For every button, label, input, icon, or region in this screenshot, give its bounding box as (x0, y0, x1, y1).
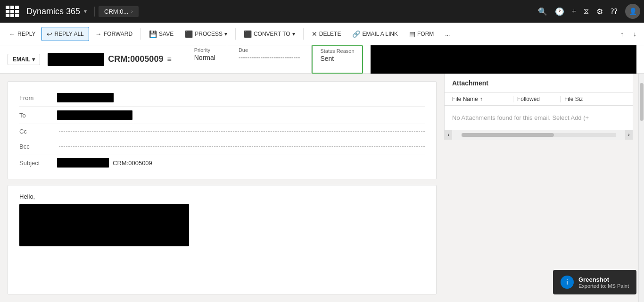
attachment-empty-message: No Attachments found for this email. Sel… (445, 106, 633, 130)
forward-icon: → (95, 30, 102, 38)
app-title: Dynamics 365 ▾ (23, 7, 95, 17)
filename-col: File Name ↑ (452, 96, 513, 102)
settings-icon[interactable]: ⚙ (596, 7, 603, 16)
email-body-card[interactable]: Hello, (8, 185, 437, 294)
separator-1 (140, 28, 141, 40)
scroll-down-icon[interactable]: ↓ (629, 27, 640, 41)
scrollbar-track (462, 133, 615, 137)
scroll-right-button[interactable]: › (625, 130, 633, 140)
scrollbar-thumb[interactable] (640, 83, 644, 121)
convert-to-button[interactable]: ⬛ CONVERT TO ▾ (239, 27, 300, 41)
record-name-redacted (48, 53, 104, 66)
status-reason-field: Status Reason Sent (312, 45, 363, 74)
bcc-dashed-line (59, 146, 425, 147)
record-menu-icon[interactable]: ≡ (167, 55, 171, 64)
record-header: EMAIL ▾ CRM:0005009 ≡ Priority Normal Du… (0, 45, 644, 74)
email-badge[interactable]: EMAIL ▾ (8, 54, 40, 65)
form-icon: ▤ (409, 30, 415, 38)
bcc-label: Bcc (19, 143, 57, 150)
cc-value[interactable] (57, 131, 425, 132)
bcc-field-row: Bcc (19, 139, 425, 154)
sort-icon[interactable]: ↑ (480, 96, 483, 102)
search-icon[interactable]: 🔍 (538, 7, 547, 16)
help-icon[interactable]: ⁇ (611, 7, 618, 16)
toolbar-right: ↑ ↓ (617, 27, 640, 41)
more-button[interactable]: ... (440, 27, 455, 41)
due-field: Due ---------------------------- (227, 45, 312, 74)
record-title: CRM:0005009 ≡ (48, 53, 171, 66)
process-dropdown-icon[interactable]: ▾ (224, 31, 227, 37)
link-icon: 🔗 (352, 30, 360, 38)
subject-redacted (57, 158, 109, 168)
email-link-button[interactable]: 🔗 EMAIL A LINK (347, 27, 403, 41)
email-form-card: From To Cc Bcc (8, 81, 437, 179)
reply-all-button[interactable]: ↩ REPLY ALL (41, 27, 89, 41)
nav-bar: Dynamics 365 ▾ CRM:0... › 🔍 🕐 + ⧖ ⚙ ⁇ 👤 (0, 0, 644, 23)
toast-subtitle: Exported to: MS Paint (578, 283, 629, 289)
process-icon: ⬛ (185, 30, 193, 38)
toast-icon: i (561, 276, 574, 289)
toolbar: ← REPLY ↩ REPLY ALL → FORWARD 💾 SAVE ⬛ P… (0, 23, 644, 45)
email-body-redacted (19, 204, 189, 246)
toast-text: Greenshot Exported to: MS Paint (578, 276, 629, 289)
record-id: CRM:0005009 (108, 54, 163, 64)
scroll-left-button[interactable]: ‹ (445, 130, 452, 140)
close-icon[interactable]: › (131, 9, 132, 14)
nav-icons: 🔍 🕐 + ⧖ ⚙ ⁇ 👤 (538, 4, 640, 19)
add-icon[interactable]: + (572, 7, 576, 16)
history-icon[interactable]: 🕐 (555, 7, 564, 16)
reply-all-icon: ↩ (47, 30, 52, 38)
subject-value: CRM:0005009 (57, 158, 425, 168)
toast-title: Greenshot (578, 276, 629, 283)
waffle-menu[interactable] (4, 4, 19, 19)
bcc-value[interactable] (57, 146, 425, 147)
badge-dropdown-icon[interactable]: ▾ (32, 56, 35, 63)
crm-tab[interactable]: CRM:0... › (99, 6, 139, 17)
header-fields: Priority Normal Due --------------------… (183, 45, 636, 74)
save-button[interactable]: 💾 SAVE (144, 27, 179, 41)
from-value (57, 93, 425, 102)
header-redacted-block (371, 45, 636, 74)
attachment-scrollbar[interactable]: ‹ › (445, 130, 633, 140)
convert-dropdown-icon[interactable]: ▾ (292, 31, 295, 37)
to-redacted (57, 110, 132, 120)
toast-notification: i Greenshot Exported to: MS Paint (553, 270, 636, 294)
forward-button[interactable]: → FORWARD (90, 27, 138, 41)
subject-crm-id: CRM:0005009 (113, 159, 152, 167)
from-redacted (57, 93, 114, 102)
separator-3 (303, 28, 304, 40)
delete-icon: ✕ (312, 30, 317, 38)
convert-icon: ⬛ (244, 30, 252, 38)
to-field-row: To (19, 107, 425, 124)
filesize-col: File Siz (560, 96, 625, 102)
right-panel-wrapper: Attachment File Name ↑ Followed File Siz… (444, 74, 638, 302)
priority-field: Priority Normal (183, 45, 227, 74)
to-label: To (19, 112, 57, 119)
filter-icon[interactable]: ⧖ (584, 7, 589, 16)
reply-icon: ← (9, 30, 16, 38)
cc-label: Cc (19, 128, 57, 135)
form-button[interactable]: ▤ FORM (404, 27, 439, 41)
cc-dashed-line (59, 131, 425, 132)
main-content: From To Cc Bcc (0, 74, 644, 302)
process-button[interactable]: ⬛ PROCESS ▾ (180, 27, 232, 41)
to-value (57, 110, 425, 120)
save-icon: 💾 (149, 30, 157, 38)
from-field-row: From (19, 89, 425, 107)
main-scrollbar[interactable] (638, 74, 644, 302)
cc-field-row: Cc (19, 124, 425, 139)
content-area: From To Cc Bcc (0, 74, 444, 302)
delete-button[interactable]: ✕ DELETE (306, 27, 347, 41)
followed-col: Followed (513, 96, 560, 102)
user-avatar[interactable]: 👤 (625, 4, 640, 19)
right-panel: Attachment File Name ↑ Followed File Siz… (444, 74, 633, 140)
attachment-header: Attachment (445, 74, 633, 93)
chevron-down-icon[interactable]: ▾ (84, 8, 87, 15)
reply-button[interactable]: ← REPLY (4, 27, 41, 41)
email-greeting: Hello, (19, 193, 425, 200)
attachment-columns: File Name ↑ Followed File Siz (445, 93, 633, 106)
scroll-up-icon[interactable]: ↑ (617, 27, 627, 41)
subject-label: Subject (19, 159, 57, 167)
scrollbar-thumb[interactable] (462, 133, 554, 137)
subject-field-row: Subject CRM:0005009 (19, 154, 425, 171)
